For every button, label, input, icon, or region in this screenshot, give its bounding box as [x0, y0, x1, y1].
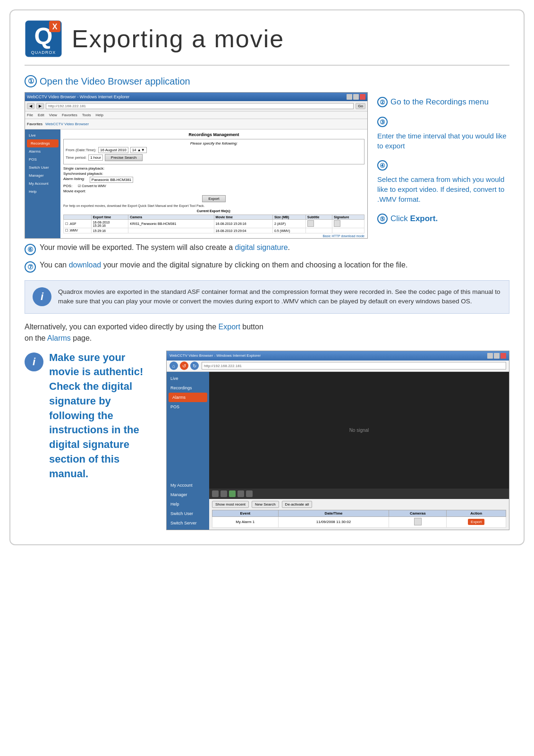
ss2-switchuser[interactable]: Switch User	[167, 509, 209, 518]
ss2-video: No signal	[209, 372, 509, 489]
ss2-main: No signal Show m	[209, 372, 509, 530]
ss2-search-bar: Show most recent New Search De-activate …	[212, 501, 506, 508]
ss2-recordings[interactable]: Recordings	[167, 383, 209, 393]
export-table: Export time Camera Movie time Size (MB) …	[63, 215, 364, 233]
minimize-btn[interactable]	[347, 94, 352, 100]
menu-tools[interactable]: Tools	[82, 113, 91, 117]
ss2-live[interactable]: Live	[167, 374, 209, 383]
precise-search-btn[interactable]: Precise Search	[105, 154, 143, 161]
ss1-sidebar-myaccount[interactable]: My Account	[25, 180, 60, 188]
reload-icon[interactable]: ↺	[180, 361, 188, 370]
ss1-sidebar-alarms[interactable]: Alarms	[25, 147, 60, 155]
camera-select[interactable]: Panasonic BB-HCM381	[90, 177, 133, 183]
step6-text: Your movie will be exported. The system …	[40, 243, 290, 252]
ss1-sidebar-manager[interactable]: Manager	[25, 172, 60, 180]
http-download-link[interactable]: Basic HTTP download mode	[63, 234, 364, 238]
ss2-alarms[interactable]: Alarms	[169, 393, 207, 402]
svg-text:QUADROX: QUADROX	[31, 50, 56, 55]
row2-camera	[128, 228, 214, 233]
menu-view[interactable]: View	[49, 113, 57, 117]
ss2-win-controls	[487, 353, 506, 359]
step5-block: ⑤ Click Export.	[377, 214, 509, 224]
step5-label: Click Export.	[390, 214, 438, 223]
page-title: Exporting a movie	[72, 25, 284, 53]
ss2-nav-icons: ⌂ ↺ ↻	[170, 361, 199, 370]
show-recent-btn[interactable]: Show most recent	[212, 501, 249, 508]
info-text2: Make sure your movie is authentic! Check…	[49, 351, 157, 481]
below-steps: ⑥ Your movie will be exported. The syste…	[25, 243, 509, 273]
webcctv-link[interactable]: WebCCTV Video Browser	[45, 122, 89, 126]
ss1-sidebar-recordings[interactable]: Recordings	[27, 139, 59, 147]
ctrl-stop[interactable]	[212, 490, 219, 497]
from-time[interactable]: 14 ▲▼	[130, 147, 147, 153]
ss2-close-btn[interactable]	[500, 353, 506, 359]
ss1-main: Recordings Management Please specify the…	[60, 129, 367, 238]
step3-block: ③ Enter the time interval that you would…	[377, 117, 509, 151]
close-btn[interactable]	[360, 94, 365, 100]
menu-file[interactable]: File	[27, 113, 33, 117]
from-input[interactable]: 16 August 2010	[98, 147, 128, 153]
ss1-sidebar-pos[interactable]: POS	[25, 155, 60, 163]
ctrl-fast[interactable]	[246, 490, 253, 497]
col-check	[64, 215, 92, 220]
fwd-btn[interactable]: ▶	[36, 103, 44, 109]
ss1-menu: File Edit View Favorites Tools Help	[25, 112, 367, 119]
export-button[interactable]: Export	[202, 195, 225, 202]
info-icon1: i	[33, 287, 51, 306]
ctrl-prev[interactable]	[220, 490, 227, 497]
row1-exptime: 16-08-201015:26:16	[91, 220, 128, 228]
alarm-export-btn[interactable]: Export	[468, 519, 484, 525]
alarm-row: Alarm listing: Panasonic BB-HCM381	[63, 177, 364, 183]
ss2-manager[interactable]: Manager	[167, 490, 209, 499]
col-cameras: Cameras	[389, 510, 447, 516]
deactivate-btn[interactable]: De-activate all	[282, 501, 313, 508]
back-btn[interactable]: ◀	[27, 103, 34, 109]
url-bar[interactable]: http://192.168.222.181	[46, 103, 354, 109]
ctrl-play[interactable]	[229, 490, 236, 497]
alarms-link[interactable]: Alarms	[47, 334, 71, 342]
col-movie-time: Movie time	[214, 215, 272, 220]
export-btn-wrapper: Export	[63, 195, 364, 202]
ss1-sidebar-live[interactable]: Live	[25, 131, 60, 139]
alarm-cameras	[389, 516, 447, 527]
info-icon2: i	[25, 352, 43, 371]
ss1-sidebar-switchuser[interactable]: Switch User	[25, 163, 60, 172]
ss2-pos[interactable]: POS	[167, 402, 209, 412]
home-icon[interactable]: ⌂	[170, 361, 178, 370]
step1-circle: ①	[25, 75, 37, 87]
table-row: ☐ .WMV 15:29:16 16-08-2010 15:29:04 0.5 …	[64, 228, 364, 233]
alarm-label: Alarm listing:	[63, 177, 85, 183]
screenshot1: WebCCTV Video Browser - Windows Internet…	[25, 92, 368, 239]
menu-favorites[interactable]: Favorites	[62, 113, 77, 117]
refresh-icon[interactable]: ↻	[190, 361, 199, 370]
alarm-table-row: My Alarm 1 11/09/2008 11:30:02 Export	[212, 516, 506, 527]
ss1-toolbar: ◀ ▶ http://192.168.222.181 Go	[25, 101, 367, 112]
ss2-toolbar: ⌂ ↺ ↻ http://192.168.222.181	[167, 361, 509, 372]
time-period-input[interactable]: 1 hour	[88, 155, 103, 161]
menu-help[interactable]: Help	[95, 113, 103, 117]
ss2-url-bar[interactable]: http://192.168.222.181	[202, 362, 506, 369]
go-btn[interactable]: Go	[356, 103, 365, 109]
ss2-min-btn[interactable]	[487, 353, 493, 359]
ss2-help[interactable]: Help	[167, 499, 209, 509]
step2-heading: ② Go to the Recordings menu	[377, 97, 509, 107]
ctrl-next[interactable]	[237, 490, 244, 497]
row1-check[interactable]: ☐ .ASF	[64, 220, 92, 228]
maximize-btn[interactable]	[353, 94, 359, 100]
screenshot2: WebCCTV Video Browser - Windows Internet…	[166, 351, 509, 530]
step4-label: Select the camera from which you would l…	[377, 174, 509, 204]
row2-check[interactable]: ☐ .WMV	[64, 228, 92, 233]
info-text1: Quadrox movies are exported in the stand…	[58, 287, 501, 307]
ss2-max-btn[interactable]	[494, 353, 500, 359]
steps-area: WebCCTV Video Browser - Windows Internet…	[25, 92, 509, 239]
ss2-switchserver[interactable]: Switch Server	[167, 518, 209, 528]
movie-row: Movie export:	[63, 189, 364, 193]
menu-edit[interactable]: Edit	[38, 113, 44, 117]
ss1-sidebar-help[interactable]: Help	[25, 188, 60, 196]
ss2-myaccount[interactable]: My Account	[167, 481, 209, 490]
camera-icon	[414, 518, 422, 525]
step2-label: Go to the Recordings menu	[390, 97, 489, 107]
col-event: Event	[212, 510, 279, 516]
new-search-btn[interactable]: New Search	[252, 501, 279, 508]
export-link[interactable]: Export	[219, 323, 240, 331]
